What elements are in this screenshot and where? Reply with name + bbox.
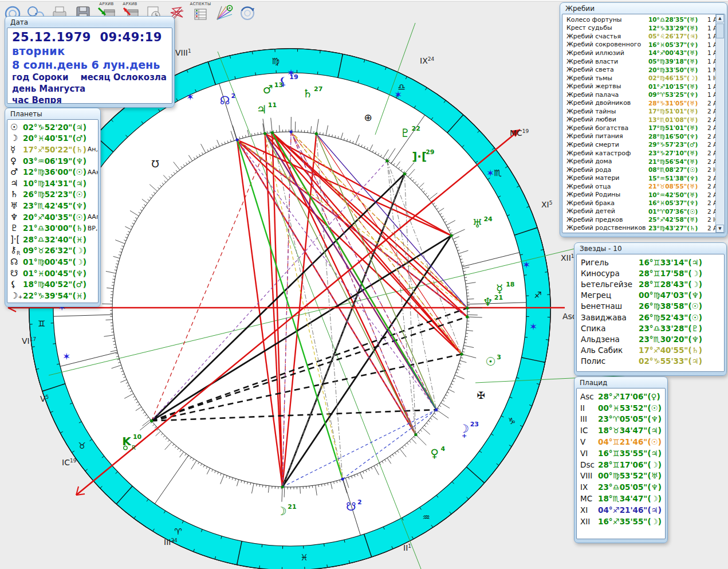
lot-name: Жребий богатства <box>566 124 648 132</box>
lot-name: Жребий света <box>566 66 648 73</box>
star-row: Завиджава26°♍52'43"(☉) <box>581 312 723 323</box>
planets-panel-title[interactable]: Планеты <box>7 109 99 119</box>
house-label: IX <box>580 482 598 492</box>
star-position: 23°♏30'20"(♆) <box>639 335 702 344</box>
lots-scrollbar[interactable]: ▲ ▼ <box>715 14 725 233</box>
house-cusp-label-XI: XI5 <box>541 200 552 209</box>
lot-row: Жребий власти05°♍39'18"(♅)1 Asc <box>566 57 716 66</box>
star-row: Ьенетнаш26°♍38'58"(☉) <box>581 301 723 312</box>
lot-name: Жребий двойников <box>566 99 648 107</box>
house-row: XII16°♐35'55"(☽) <box>580 516 664 527</box>
fixed-star-marker: ✶ <box>62 351 70 362</box>
aspect-table-icon[interactable]: АСПЕКТЫ <box>189 2 212 25</box>
svg-text:22: 22 <box>412 125 420 132</box>
lot-row: Жребий питания28°♍16'50"(♆)2 Asc <box>566 132 716 141</box>
house-label: VIII <box>580 471 598 480</box>
planet-glyph: ♀ <box>10 156 23 166</box>
planet-glyph: ♇ <box>10 223 23 233</box>
stars-panel-title[interactable]: Звезды - 10 <box>576 244 725 254</box>
chart-planet-ven: ♀ <box>430 446 439 460</box>
lot-position: 21°♉08'55"(♅) <box>648 183 707 190</box>
star-position: 26°♍52'43"(☉) <box>639 313 702 322</box>
scroll-thumb[interactable] <box>716 23 724 38</box>
lot-name: Жребий предков <box>566 216 648 223</box>
planet-position: 20°♓40'51"(♂) <box>23 134 86 143</box>
star-position: 02°♑55'33"(♃) <box>639 356 702 366</box>
planet-flag: ААп <box>88 213 99 221</box>
house-cusp-label-IC: IC19 <box>62 458 77 467</box>
planet-row: ☽₊22°♑39'54"(♓) <box>10 290 97 301</box>
star-row: Киносура28°♊17'58"(☽) <box>581 268 723 278</box>
svg-text:+: + <box>462 432 467 439</box>
date-value: 25.12.1979 09:49:19 вторник <box>12 30 167 58</box>
lot-row: Жребий Родины10°♒42'50"(♅)2 Asc <box>566 190 716 199</box>
house-position: 04°♊21'46"(☉) <box>598 437 662 446</box>
star-name: Полис <box>581 356 639 366</box>
house-row: IX23°♎05'05"(♆) <box>580 481 664 493</box>
lot-row: Жребий света20°♍33'50"(♅)1 MC <box>566 65 716 74</box>
lot-position: 29°♑57'23"(♂) <box>648 141 707 148</box>
year-month-row: год Сороки месяц Ослокозла <box>12 72 167 83</box>
house-row: V04°♊21'46"(☉) <box>580 436 664 448</box>
scroll-down-arrow[interactable]: ▼ <box>716 225 724 233</box>
svg-text:R: R <box>132 445 136 451</box>
hour-row: час Вепря <box>12 95 167 104</box>
planet-position: 23°♏42'45"(♆) <box>23 201 86 210</box>
lots-panel-title[interactable]: Жребии <box>562 4 725 14</box>
star-position: 00°♍47'03"(♆) <box>639 291 702 300</box>
lot-position: 13°♏01'08"(♅) <box>648 116 707 123</box>
date-panel-title[interactable]: Дата <box>7 18 172 28</box>
planet-row: ♇21°♎30'00"(♄)ВР, <box>10 222 97 234</box>
house-position: 00°♍53'52"(♅) <box>598 471 662 480</box>
cycle-icon[interactable] <box>236 2 259 25</box>
planet-glyph: ☽ <box>10 133 23 143</box>
lot-row: Жребий предков25°♐42'58"(♅)2 IC <box>566 215 716 224</box>
lot-name: Жребий тьмы <box>566 74 648 82</box>
house-row: Asc28°♐17'06"(♀) <box>580 391 664 402</box>
rays-icon[interactable] <box>213 2 235 25</box>
house-position: 04°♐21'46"(♃) <box>598 505 662 515</box>
planet-position: 02°♑52'20"(♃) <box>23 123 86 132</box>
svg-text:27: 27 <box>314 85 322 93</box>
planet-position: 01°♓00'45"(♆) <box>23 269 86 278</box>
lot-row: Жребий иллюзий14°♐00'43"(♅)1 Asc <box>566 49 716 57</box>
planet-position: 20°♐40'35"(☉) <box>23 213 86 222</box>
houses-panel-title[interactable]: Плацид <box>576 378 666 388</box>
house-row: MC18°♏34'47"(☽) <box>580 493 664 504</box>
house-position: 23°♈05'05"(♆) <box>598 414 662 423</box>
planet-row: ☽20°♓40'51"(♂) <box>10 133 97 144</box>
lot-name: Жребий жертвы <box>566 83 648 90</box>
lot-name: Жребий катастроф <box>566 150 648 157</box>
svg-text:2: 2 <box>231 92 236 100</box>
svg-text:2: 2 <box>357 499 362 506</box>
lot-row: Жребий родственников23°♍43'27"(♄)2 Asc <box>566 224 716 233</box>
planet-row: ☉02°♑52'20"(♃) <box>10 121 97 133</box>
star-position: 26°♍38'58"(☉) <box>639 301 702 311</box>
planet-position: 21°♎30'00"(♄) <box>23 223 86 233</box>
svg-text:3: 3 <box>497 354 501 361</box>
house-position: 18°♏34'47"(☽) <box>598 494 662 503</box>
star-row: Ригель16°♊33'14"(♃) <box>581 257 723 268</box>
house-label: V <box>580 437 598 446</box>
planet-position: 10°♍14'31"(♃) <box>23 179 86 188</box>
house-cusp-label-VIII: VIII1 <box>175 48 191 57</box>
lot-position: 14°♐00'43"(♅) <box>648 49 707 56</box>
lot-row: Жребий дома21°♍56'54"(♅)2 Asc <box>566 157 716 166</box>
lot-row: Жребий палача09°♈53'25"(♆)1 Asc <box>566 91 716 99</box>
scroll-up-arrow[interactable]: ▲ <box>716 14 724 22</box>
lot-row: Крест судьбы12°♑33'29"(♅)1 Asc <box>566 24 716 33</box>
zodiac-sign-glyph: ♐ <box>534 290 542 300</box>
lot-position: 10°♒42'50"(♅) <box>648 191 707 198</box>
planets-panel: Планеты ☉02°♑52'20"(♃)☽20°♓40'51"(♂)☿17°… <box>5 108 101 307</box>
house-row: III23°♈05'05"(♆) <box>580 414 664 425</box>
house-row: VIII00°♍53'52"(♅) <box>580 470 664 482</box>
lot-name: Жребий Родины <box>566 191 648 198</box>
star-row: Мегрец00°♍47'03"(♆) <box>581 290 723 301</box>
star-name: Мегрец <box>581 291 639 300</box>
chart-planet-plu: ♇ <box>400 126 411 140</box>
lot-position: 23°♑27'10"(♅) <box>648 150 707 156</box>
lot-position: 15°♒51'38"(♆) <box>648 175 707 182</box>
chart-planet-ura: ♅ <box>472 217 482 230</box>
lot-position: 28°♍16'50"(♆) <box>648 133 707 140</box>
star-name: Ьетельгейзе <box>581 280 639 289</box>
